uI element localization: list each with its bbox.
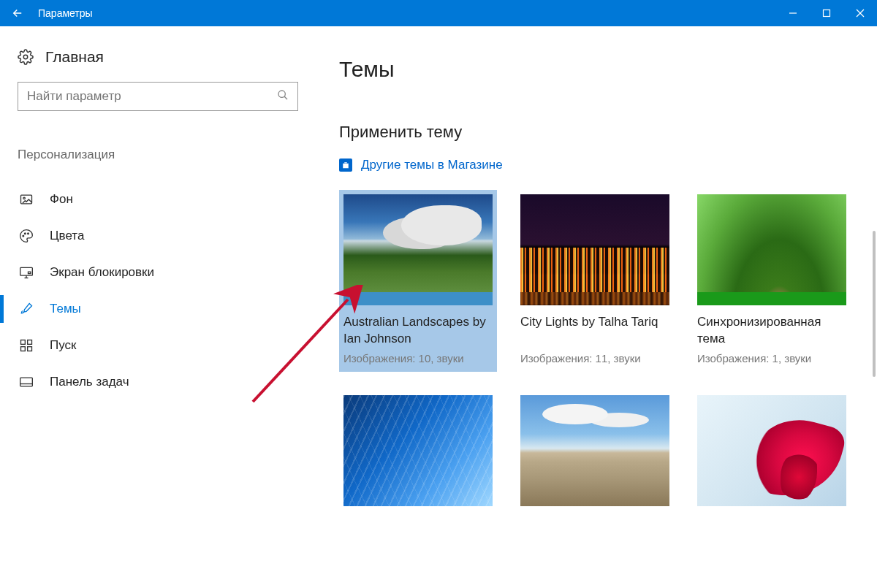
palette-icon (19, 229, 34, 243)
theme-thumbnail (697, 194, 846, 305)
theme-thumbnail (343, 194, 493, 305)
theme-card[interactable]: Australian Landscapes by Ian Johnson Изо… (339, 190, 497, 372)
theme-card[interactable] (693, 391, 851, 513)
sidebar-item-label: Панель задач (50, 375, 129, 389)
home-label: Главная (45, 48, 104, 66)
main-content: Темы Применить тему Другие темы в Магази… (307, 26, 877, 588)
svg-point-4 (23, 55, 28, 59)
theme-meta: Изображения: 1, звуки (697, 352, 846, 364)
picture-icon (19, 192, 34, 207)
svg-rect-16 (21, 340, 26, 345)
minimize-button[interactable] (776, 0, 810, 26)
gear-icon (18, 49, 34, 65)
svg-rect-18 (21, 347, 26, 351)
monitor-icon (19, 265, 34, 280)
theme-thumbnail (697, 395, 846, 506)
section-title: Применить тему (339, 123, 877, 142)
svg-rect-13 (29, 272, 31, 274)
theme-card[interactable]: Синхронизированная тема Изображения: 1, … (693, 190, 851, 372)
theme-name: Australian Landscapes by Ian Johnson (343, 314, 493, 348)
theme-card[interactable] (516, 391, 674, 513)
sidebar-item-start[interactable]: Пуск (18, 327, 307, 364)
window-title: Параметры (35, 7, 776, 19)
svg-rect-17 (28, 340, 32, 345)
store-icon (339, 159, 352, 172)
svg-rect-1 (824, 10, 830, 17)
theme-card[interactable] (339, 391, 497, 513)
store-link-label: Другие темы в Магазине (361, 158, 503, 172)
theme-thumbnail (343, 395, 493, 506)
sidebar-item-colors[interactable]: Цвета (18, 218, 307, 254)
sidebar-item-label: Цвета (50, 229, 84, 243)
sidebar-item-label: Фон (50, 192, 73, 207)
theme-meta: Изображения: 10, звуки (343, 352, 493, 364)
svg-point-10 (25, 233, 26, 234)
svg-rect-19 (28, 347, 32, 351)
sidebar: Главная Персонализация Фон Цвета Экран б… (0, 26, 307, 588)
close-button[interactable] (843, 0, 877, 26)
home-link[interactable]: Главная (18, 48, 307, 66)
grid-icon (19, 338, 34, 353)
svg-point-5 (278, 91, 285, 97)
taskbar-icon (19, 375, 34, 389)
titlebar: Параметры (0, 0, 877, 26)
brush-icon (19, 302, 34, 316)
store-link[interactable]: Другие темы в Магазине (339, 158, 877, 172)
search-icon (277, 89, 289, 104)
theme-thumbnail (520, 194, 669, 305)
sidebar-item-label: Экран блокировки (50, 265, 154, 280)
theme-name: Синхронизированная тема (697, 314, 846, 348)
scrollbar[interactable] (873, 231, 876, 421)
search-input[interactable] (27, 89, 277, 104)
category-label: Персонализация (18, 148, 307, 162)
sidebar-item-label: Темы (50, 302, 81, 316)
theme-meta: Изображения: 11, звуки (520, 352, 669, 364)
page-title: Темы (339, 57, 877, 82)
svg-point-9 (23, 235, 24, 237)
back-button[interactable] (0, 0, 35, 26)
sidebar-item-themes[interactable]: Темы (18, 291, 307, 327)
theme-thumbnail (520, 395, 669, 506)
themes-grid: Australian Landscapes by Ian Johnson Изо… (339, 190, 865, 513)
sidebar-item-label: Пуск (50, 338, 76, 353)
theme-card[interactable]: City Lights by Talha Tariq Изображения: … (516, 190, 674, 372)
svg-point-11 (28, 233, 29, 234)
svg-rect-20 (20, 378, 33, 386)
sidebar-item-background[interactable]: Фон (18, 181, 307, 218)
window-controls (776, 0, 877, 26)
sidebar-item-lockscreen[interactable]: Экран блокировки (18, 254, 307, 291)
search-box[interactable] (18, 82, 298, 111)
theme-name: City Lights by Talha Tariq (520, 314, 669, 348)
svg-point-8 (23, 197, 25, 199)
maximize-button[interactable] (810, 0, 843, 26)
sidebar-item-taskbar[interactable]: Панель задач (18, 364, 307, 400)
svg-line-6 (284, 96, 287, 99)
